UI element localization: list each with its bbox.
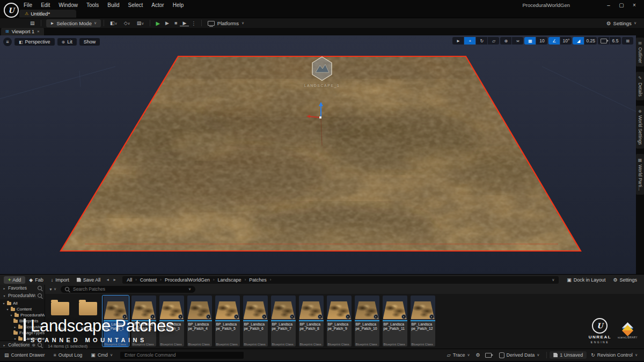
menu-edit[interactable]: Edit xyxy=(36,2,54,8)
chevron-down-icon[interactable]: ∨ xyxy=(188,287,191,291)
output-log-button[interactable]: ≡ Output Log xyxy=(49,352,87,358)
search-icon[interactable] xyxy=(38,286,42,290)
lit-dropdown[interactable]: ⊕ Lit xyxy=(57,38,77,46)
tab-world-settings[interactable]: ⊕ World Settings xyxy=(636,106,644,149)
search-icon[interactable] xyxy=(38,293,42,298)
blueprints-icon[interactable]: ◇∨ xyxy=(121,20,134,26)
menu-window[interactable]: Window xyxy=(54,2,82,8)
launch-button[interactable]: ▶ xyxy=(180,20,189,26)
chevron-down-icon[interactable]: ∨ xyxy=(552,278,554,282)
menu-build[interactable]: Build xyxy=(103,2,123,8)
close-button[interactable]: × xyxy=(628,2,641,8)
project-section[interactable]: ▾ ProceduralWo xyxy=(0,292,45,299)
rotation-snap-icon[interactable]: ∠ xyxy=(548,37,560,45)
play-options-icon[interactable]: ⋮ xyxy=(189,20,199,26)
menu-actor[interactable]: Actor xyxy=(147,2,168,8)
camera-speed-icon[interactable] xyxy=(598,37,609,45)
screenshot-icon[interactable] xyxy=(482,353,495,358)
favorites-section[interactable]: ▸ Favorites xyxy=(0,284,45,292)
asset-tile[interactable]: s BP_Landscape_Patch_6Blueprint Class xyxy=(242,295,268,346)
promo-accent-bar xyxy=(24,319,26,341)
document-tab-untitled[interactable]: ⚠ Untitled* xyxy=(19,10,76,18)
grid-snap-icon[interactable]: ▦ xyxy=(524,37,536,45)
document-tab-label: Untitled* xyxy=(31,11,50,17)
menu-select[interactable]: Select xyxy=(124,2,148,8)
viewport-tab[interactable]: ⊞ Viewport 1 × xyxy=(1,27,44,35)
gear-icon[interactable]: ⚙ xyxy=(474,352,482,358)
toolbar-settings-dropdown[interactable]: ⚙ Settings ∨ xyxy=(606,20,644,26)
select-tool-icon[interactable]: ► xyxy=(452,37,464,45)
menu-help[interactable]: Help xyxy=(169,2,188,8)
asset-tile[interactable]: s BP_Landscape_Patch_8Blueprint Class xyxy=(298,295,324,346)
menu-file[interactable]: File xyxy=(19,2,36,8)
scale-tool-icon[interactable]: ▱ xyxy=(488,37,499,45)
rotate-tool-icon[interactable]: ↻ xyxy=(476,37,487,45)
move-tool-icon[interactable]: + xyxy=(464,37,475,45)
breadcrumb-proceduralworldgen[interactable]: ProceduralWorldGen xyxy=(165,277,210,283)
asset-tile[interactable]: s BP_Landscape_Patch_5Blueprint Class xyxy=(214,295,240,346)
maximize-viewport-icon[interactable]: ⊞ xyxy=(622,37,633,45)
rotation-snap-value[interactable]: 10° xyxy=(560,37,572,45)
tab-world-partition[interactable]: ▦ World Parti... xyxy=(636,154,644,195)
world-space-icon[interactable]: ⊕ xyxy=(500,37,511,45)
search-icon[interactable] xyxy=(38,343,42,347)
viewport-options-icon[interactable]: ≡ xyxy=(3,38,12,46)
frame-skip-button[interactable]: ▶ xyxy=(163,20,172,26)
menu-tools[interactable]: Tools xyxy=(82,2,103,8)
asset-tile[interactable]: s BP_Landscape_Patch_12Blueprint Class xyxy=(409,295,436,346)
camera-speed-value[interactable]: 6.5 xyxy=(610,37,621,45)
tab-outliner[interactable]: ≣ Outliner xyxy=(636,38,644,67)
content-browser-settings-button[interactable]: ⚙ Settings xyxy=(609,277,641,283)
close-icon[interactable]: × xyxy=(37,29,40,34)
asset-type: Blueprint Class xyxy=(216,343,239,346)
breadcrumb-all[interactable]: All xyxy=(127,277,132,283)
search-input[interactable] xyxy=(72,286,186,292)
add-button[interactable]: + Add xyxy=(4,276,25,284)
asset-tile[interactable]: s BP_Landscape_Patch_9Blueprint Class xyxy=(326,295,352,346)
fab-button[interactable]: ◆ Fab xyxy=(25,277,47,283)
asset-tile[interactable]: s BP_Landscape_Patch_4Blueprint Class xyxy=(186,295,213,346)
console-input[interactable] xyxy=(123,352,240,358)
grid-snap-value[interactable]: 10 xyxy=(536,37,547,45)
surface-snap-icon[interactable]: ≍ xyxy=(512,37,523,45)
minimize-button[interactable]: – xyxy=(602,2,615,8)
breadcrumb-patches[interactable]: Patches xyxy=(249,277,267,283)
breadcrumb-landscape[interactable]: Landscape xyxy=(218,277,241,283)
save-all-button[interactable]: Save All xyxy=(73,277,105,283)
source-control-icon[interactable]: ▤ xyxy=(27,20,38,26)
content-drawer-button[interactable]: ▤ Content Drawer xyxy=(0,352,49,358)
revision-control-label: Revision Control xyxy=(597,352,633,358)
cmd-dropdown[interactable]: ▣ Cmd ∨ xyxy=(86,352,117,358)
asset-tile[interactable]: s BP_Landscape_Patch_7Blueprint Class xyxy=(270,295,296,346)
selection-mode-dropdown[interactable]: ► Selection Mode ∨ xyxy=(46,19,101,27)
forward-icon[interactable]: ► xyxy=(111,278,118,282)
asset-tile[interactable]: s BP_Landscape_Patch_10Blueprint Class xyxy=(354,295,380,346)
perspective-dropdown[interactable]: ◧ Perspective xyxy=(14,38,55,46)
derived-data-dropdown[interactable]: Derived Data ∨ xyxy=(495,352,544,358)
unsaved-button[interactable]: 1 Unsaved xyxy=(550,351,587,359)
tree-item-content[interactable]: ▾ Content xyxy=(0,306,45,312)
import-button[interactable]: ↓ Import xyxy=(47,277,73,283)
tree-item-all[interactable]: ▾ All xyxy=(0,300,45,306)
play-button[interactable]: ▶ xyxy=(153,20,163,26)
dock-in-layout-button[interactable]: ▣ Dock in Layout xyxy=(563,277,609,283)
3d-viewport[interactable]: LANDSCAPE_1 ≡ ◧ Perspective ⊕ Lit Show ►… xyxy=(0,35,636,274)
cinematics-icon[interactable]: ▤∨ xyxy=(134,20,148,26)
filter-icon[interactable]: ▼ xyxy=(49,287,53,291)
asset-tile[interactable]: s BP_Landscape_Patch_11Blueprint Class xyxy=(382,295,408,346)
scale-snap-icon[interactable]: ◢ xyxy=(573,37,584,45)
unreal-logo-icon[interactable]: U xyxy=(4,3,19,18)
back-icon[interactable]: ◄ xyxy=(104,278,111,282)
scale-snap-value[interactable]: 0.25 xyxy=(584,37,597,45)
platforms-dropdown[interactable]: Platforms ∨ xyxy=(204,20,247,26)
chevron-down-icon[interactable]: ∨ xyxy=(54,287,56,291)
asset-type: Blueprint Class xyxy=(272,343,295,346)
show-dropdown[interactable]: Show xyxy=(79,38,100,46)
add-actor-icon[interactable]: ◧∨ xyxy=(107,20,121,26)
stop-button[interactable]: ■ xyxy=(172,20,180,26)
revision-control-dropdown[interactable]: ↻ Revision Control ∨ xyxy=(587,352,642,358)
trace-dropdown[interactable]: ▱ Trace ∨ xyxy=(443,352,474,358)
breadcrumb-content[interactable]: Content xyxy=(140,277,157,283)
maximize-button[interactable]: ▢ xyxy=(615,2,628,8)
tab-details[interactable]: ✎ Details xyxy=(636,72,644,100)
